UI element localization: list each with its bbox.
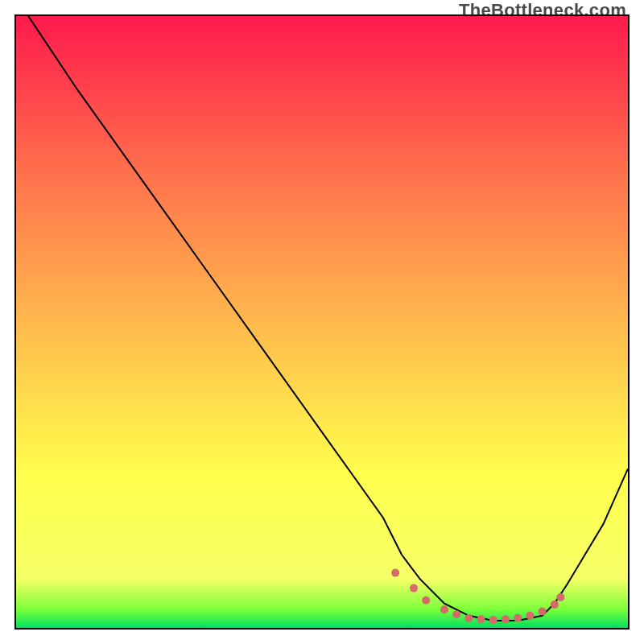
highlight-dot <box>514 614 522 622</box>
highlight-dot <box>551 601 559 609</box>
highlight-dot <box>440 605 448 613</box>
highlight-dot <box>489 616 497 624</box>
highlight-dot <box>422 597 430 605</box>
highlight-dot <box>452 610 460 618</box>
bottleneck-curve-line <box>16 16 628 621</box>
chart-container: TheBottleneck.com <box>0 0 644 644</box>
plot-area <box>14 14 630 630</box>
highlight-dot <box>464 614 473 622</box>
highlight-dot <box>539 607 547 615</box>
highlight-dot <box>477 615 485 623</box>
highlight-dot <box>410 584 418 592</box>
chart-svg <box>16 16 628 628</box>
highlight-dot <box>526 612 534 620</box>
highlight-dot <box>556 593 564 601</box>
highlight-dot <box>502 615 510 623</box>
highlight-dot <box>391 569 399 577</box>
